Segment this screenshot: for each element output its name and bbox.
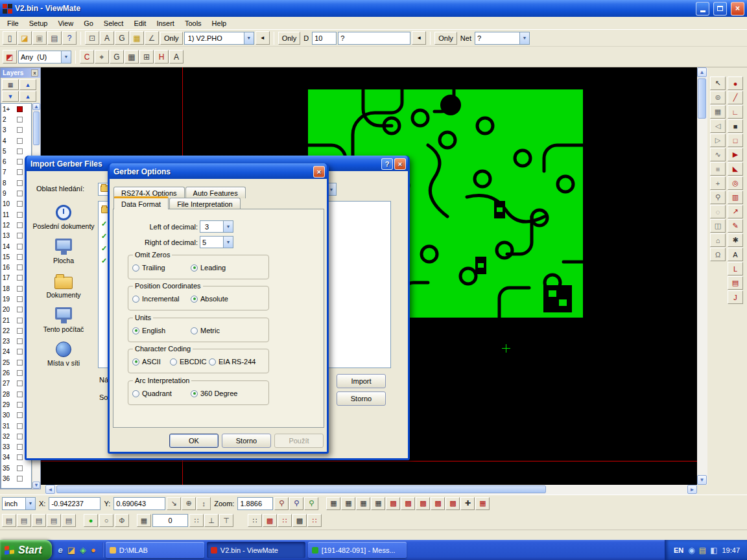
scroll-down-icon[interactable]: ▼: [697, 475, 707, 485]
draw-pad-icon[interactable]: ●: [728, 76, 743, 90]
layers-panel-titlebar[interactable]: Layers x: [1, 68, 40, 78]
layer-swatch[interactable]: [17, 338, 23, 344]
tab-file-interpretation[interactable]: File Interpretation: [169, 198, 241, 209]
mini-layer-5-icon[interactable]: ▤: [62, 514, 76, 527]
l-tool-icon[interactable]: L: [728, 262, 743, 275]
gerber-dialog-titlebar[interactable]: Gerber Options ×: [110, 163, 327, 179]
mini-layer-1-icon[interactable]: ▤: [2, 514, 16, 527]
settings-icon[interactable]: ✱: [728, 233, 743, 247]
layer-swatch[interactable]: [17, 117, 23, 122]
center-crosshair-icon[interactable]: ⌖: [95, 50, 109, 64]
radio-incremental[interactable]: Incremental: [132, 295, 179, 303]
rotate-tool-icon[interactable]: ◌: [710, 205, 726, 218]
chevron-down-icon[interactable]: ▼: [244, 32, 254, 44]
fit-height-icon[interactable]: ↕: [196, 497, 211, 510]
display-grid-3-icon[interactable]: ▦: [356, 497, 370, 510]
layer-swatch[interactable]: [17, 434, 23, 439]
layer-swatch[interactable]: [17, 201, 23, 207]
x-coordinate-field[interactable]: -0.942237: [49, 497, 101, 510]
my-computer-item[interactable]: Tento počítač: [30, 307, 97, 333]
cancel-button[interactable]: Storno: [337, 391, 386, 406]
radio-ascii[interactable]: ASCII: [132, 358, 161, 366]
draw-hatch-icon[interactable]: ▥: [728, 191, 743, 204]
measure-angle-icon[interactable]: ∠: [145, 31, 159, 45]
chevron-down-icon[interactable]: ▼: [223, 221, 233, 232]
radio-absolute[interactable]: Absolute: [191, 295, 228, 303]
menu-insert[interactable]: Insert: [151, 18, 180, 29]
only-layer-button[interactable]: Only: [160, 32, 183, 45]
close-icon[interactable]: x: [31, 69, 38, 76]
layer-color-icon[interactable]: ◩: [3, 50, 17, 64]
vertical-scrollbar[interactable]: ▲ ▼: [697, 67, 707, 485]
task-messenger[interactable]: [191-482-091] - Mess...: [308, 542, 407, 558]
add-tool-icon[interactable]: +: [710, 176, 726, 190]
h-tool-icon[interactable]: H: [154, 50, 169, 64]
flip-right-icon[interactable]: ▷: [710, 134, 726, 147]
radio-eia-rs-244[interactable]: EIA RS-244: [209, 358, 255, 366]
left-of-decimal-combo[interactable]: 3 ▼: [200, 220, 233, 233]
task-viewmate[interactable]: V2.bin - ViewMate: [207, 542, 305, 558]
cancel-button[interactable]: Storno: [222, 434, 271, 448]
dot-grid-icon[interactable]: ∷: [189, 514, 204, 527]
browser-icon[interactable]: ●: [91, 545, 96, 555]
layer-swatch[interactable]: [17, 159, 23, 165]
status-led-icon[interactable]: ●: [84, 514, 98, 527]
desktop-show-icon[interactable]: ◈: [80, 545, 86, 555]
layer-swatch[interactable]: [17, 318, 23, 323]
import-button[interactable]: Import: [337, 374, 386, 388]
chevron-down-icon[interactable]: ▼: [519, 32, 529, 44]
task-dmlab[interactable]: D:\MLAB: [106, 542, 204, 558]
layer-swatch[interactable]: [17, 148, 23, 154]
goto-icon[interactable]: G: [115, 31, 129, 45]
layer-top-icon[interactable]: ▲: [19, 91, 36, 102]
draw-rect-icon[interactable]: □: [728, 134, 743, 147]
anchor-down-icon[interactable]: ⊥: [204, 514, 219, 527]
close-button[interactable]: ×: [731, 2, 744, 16]
d-back-button[interactable]: ◄: [412, 31, 426, 45]
array-tool-icon[interactable]: ▦: [710, 105, 726, 119]
layer-swatch[interactable]: [17, 138, 23, 144]
grid-yellow-icon[interactable]: ▦: [130, 31, 144, 45]
menu-setup[interactable]: Setup: [24, 18, 53, 29]
net-combo[interactable]: ? ▼: [475, 32, 530, 45]
layers-stack-icon[interactable]: ≡: [710, 162, 726, 176]
tab-auto-features[interactable]: Auto Features: [185, 187, 246, 198]
y-coordinate-field[interactable]: 0.690643: [113, 497, 165, 510]
layer-swatch[interactable]: [17, 391, 23, 397]
display-grid-2-icon[interactable]: ▦: [341, 497, 355, 510]
tray-msn-icon[interactable]: ◉: [688, 546, 694, 555]
display-grid-1-icon[interactable]: ▦: [326, 497, 340, 510]
recent-documents-item[interactable]: Poslední dokumenty: [30, 205, 97, 230]
horizontal-scrollbar[interactable]: ◄ ►: [45, 485, 697, 495]
language-indicator[interactable]: EN: [674, 546, 683, 554]
start-button[interactable]: Start: [0, 540, 52, 560]
radio-leading[interactable]: Leading: [191, 264, 226, 272]
layer-swatch[interactable]: [17, 169, 23, 175]
help-button[interactable]: ?: [381, 158, 393, 170]
mini-layer-4-icon[interactable]: ▤: [47, 514, 61, 527]
menu-view[interactable]: View: [53, 18, 78, 29]
close-button[interactable]: ×: [313, 166, 325, 178]
center-view-icon[interactable]: ⊕: [182, 497, 196, 510]
draw-line-icon[interactable]: ╱: [728, 91, 743, 104]
only-d-button[interactable]: Only: [278, 32, 301, 45]
grid-b-icon[interactable]: ⊞: [139, 50, 154, 64]
new-file-icon[interactable]: ▯: [3, 31, 17, 45]
layer-swatch[interactable]: [17, 191, 23, 196]
anchor-up-icon[interactable]: ⊤: [219, 514, 233, 527]
radio-metric[interactable]: Metric: [191, 327, 220, 334]
scroll-right-icon[interactable]: ►: [687, 485, 697, 494]
zoom-point-icon[interactable]: ⚲: [304, 497, 318, 510]
save-icon[interactable]: ▣: [32, 31, 47, 45]
radio-360-degree[interactable]: 360 Degree: [191, 390, 238, 397]
tray-doc-icon[interactable]: ▤: [699, 546, 706, 555]
open-file-icon[interactable]: ◪: [18, 31, 32, 45]
pattern-1-icon[interactable]: ∷: [248, 514, 262, 527]
right-of-decimal-combo[interactable]: 5 ▼: [200, 236, 233, 248]
scroll-left-icon[interactable]: ◄: [45, 485, 55, 494]
layer-swatch[interactable]: [17, 106, 23, 112]
ok-button[interactable]: OK: [169, 434, 219, 448]
mini-layer-2-icon[interactable]: ▤: [17, 514, 31, 527]
c-tool-icon[interactable]: C: [80, 50, 94, 64]
pointer-tool-icon[interactable]: ↖: [710, 76, 726, 90]
